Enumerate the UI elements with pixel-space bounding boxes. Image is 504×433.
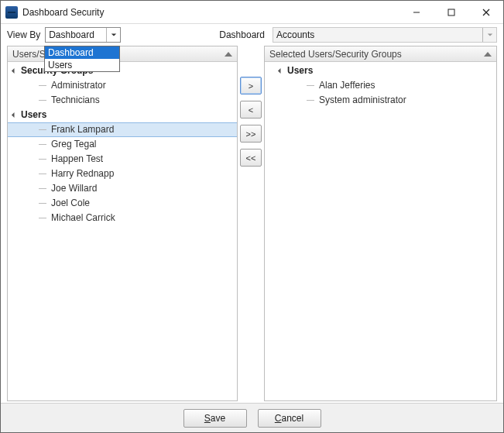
selected-tree[interactable]: Users Alan Jefferies System administrato… [265, 62, 496, 400]
available-panel-header[interactable]: Users/Security Groups [8, 46, 237, 62]
dropdown-option-users[interactable]: Users [45, 59, 119, 71]
remove-all-button[interactable]: << [240, 149, 262, 167]
window-controls [399, 1, 503, 23]
add-all-button[interactable]: >> [240, 125, 262, 143]
titlebar: Dashboard Security [1, 1, 503, 24]
tree-item[interactable]: Greg Tegal [8, 137, 237, 152]
sort-asc-icon [484, 52, 492, 57]
maximize-button[interactable] [434, 1, 468, 23]
tree-item[interactable]: Michael Carrick [8, 211, 237, 225]
tree-group-users[interactable]: Users [8, 108, 237, 122]
save-button[interactable]: Save [183, 409, 247, 428]
tree-connector-icon [39, 159, 46, 160]
svg-rect-1 [448, 9, 454, 15]
tree-item[interactable]: Joe Willard [8, 181, 237, 196]
tree-group-label: Users [21, 108, 46, 122]
tree-item[interactable]: Alan Jefferies [265, 78, 496, 93]
tree-item[interactable]: Technicians [8, 93, 237, 108]
tree-item[interactable]: Happen Test [8, 152, 237, 167]
tree-connector-icon [39, 85, 46, 86]
expander-icon[interactable] [12, 112, 17, 118]
view-by-label: View By [7, 29, 40, 40]
footer: Save Cancel [1, 403, 503, 432]
tree-group-users[interactable]: Users [265, 64, 496, 78]
remove-button[interactable]: < [240, 101, 262, 119]
tree-group-label: Users [287, 64, 313, 78]
tree-connector-icon [39, 144, 46, 145]
tree-item[interactable]: Harry Rednapp [8, 167, 237, 181]
view-by-value: Dashboard [49, 29, 94, 40]
tree-group-security-groups[interactable]: Security Groups [8, 64, 237, 78]
tree-connector-icon [307, 100, 314, 101]
tree-item[interactable]: System administrator [265, 93, 496, 108]
chevron-down-icon [106, 28, 120, 42]
tree-connector-icon [307, 85, 314, 86]
chevron-down-icon [482, 28, 496, 42]
toolbar: View By Dashboard Dashboard Accounts [1, 24, 503, 46]
tree-connector-icon [39, 174, 46, 174]
tree-item[interactable]: Administrator [8, 78, 237, 93]
available-tree[interactable]: Security Groups Administrator Technician… [8, 62, 237, 400]
minimize-button[interactable] [399, 1, 434, 23]
tree-item-selected[interactable]: Frank Lampard [8, 122, 237, 137]
add-button[interactable]: > [240, 77, 262, 95]
dashboard-value: Accounts [276, 29, 314, 40]
selected-panel-title: Selected Users/Security Groups [269, 46, 402, 62]
selected-panel: Selected Users/Security Groups Users Ala… [264, 46, 497, 401]
dropdown-option-dashboard[interactable]: Dashboard [45, 46, 119, 59]
view-by-combo[interactable]: Dashboard [45, 27, 121, 43]
tree-connector-icon [39, 218, 46, 218]
transfer-buttons: > < >> << [238, 46, 264, 401]
close-button[interactable] [468, 1, 503, 23]
expander-icon[interactable] [12, 68, 17, 74]
expander-icon[interactable] [278, 68, 283, 74]
tree-connector-icon [39, 203, 46, 204]
cancel-button[interactable]: Cancel [258, 409, 321, 428]
dashboard-combo[interactable]: Accounts [273, 27, 497, 43]
dashboard-label: Dashboard [219, 29, 265, 40]
available-panel: Users/Security Groups Security Groups Ad… [7, 46, 238, 401]
tree-connector-icon [39, 188, 46, 189]
tree-connector-icon [39, 129, 46, 130]
tree-connector-icon [39, 100, 46, 101]
view-by-dropdown[interactable]: Dashboard Users [44, 46, 120, 72]
main-area: Users/Security Groups Security Groups Ad… [7, 46, 497, 401]
app-icon [5, 6, 18, 19]
window-title: Dashboard Security [22, 7, 104, 18]
selected-panel-header[interactable]: Selected Users/Security Groups [265, 46, 496, 62]
tree-item[interactable]: Joel Cole [8, 196, 237, 211]
sort-asc-icon [225, 52, 232, 57]
